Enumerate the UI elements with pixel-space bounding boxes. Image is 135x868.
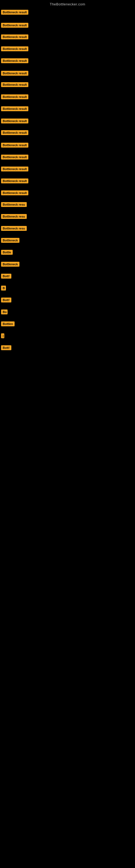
bottleneck-result-item[interactable]: Bottleneck result [1,143,28,149]
bottleneck-result-item[interactable]: Bottleneck result [1,58,28,64]
bottleneck-result-item[interactable]: Bottleneck resu [1,214,27,220]
bottleneck-badge: Bottleneck resu [1,202,27,207]
bottleneck-result-item[interactable]: Bottleneck resu [1,226,27,232]
bottleneck-badge: B [1,286,6,290]
bottleneck-result-item[interactable]: Bottleneck resu [1,202,27,208]
bottleneck-badge: Bottleneck result [1,94,28,99]
bottleneck-badge: Bott! [1,298,11,303]
bottleneck-badge: Bottleneck result [1,10,28,14]
bottleneck-badge: Bottleneck resu [1,214,27,219]
bottleneck-badge: Bottleneck result [1,179,28,183]
bottleneck-result-item[interactable]: Bottleneck result [1,106,28,112]
bottleneck-result-item[interactable]: Bottleneck result [1,23,28,29]
bottleneck-badge: Bottleneck resu [1,226,27,231]
bottleneck-result-item[interactable]: B [1,286,6,291]
site-title: TheBottlenecker.com [0,0,135,7]
bottleneck-result-item[interactable]: Bottleneck result [1,119,28,124]
bottleneck-result-item[interactable]: Bottleneck result [1,130,28,136]
bottleneck-badge: Bo [1,310,8,314]
bottleneck-result-item[interactable]: Bottleneck result [1,94,28,100]
bottleneck-badge: Bott! [1,345,11,350]
bottleneck-badge: Bottleneck result [1,119,28,123]
bottleneck-badge: Bottleneck result [1,82,28,87]
bottleneck-badge: Bottleneck result [1,58,28,63]
bottleneck-result-item[interactable]: Bottleneck result [1,190,28,196]
bottleneck-result-item[interactable]: Bottle [1,250,13,256]
bottleneck-result-item[interactable]: Bottleneck result [1,179,28,184]
bottleneck-result-item[interactable]: Bott! [1,345,11,351]
bottleneck-result-item[interactable]: Bottleneck [1,262,19,268]
bottleneck-badge: | [1,333,4,338]
bottleneck-result-item[interactable]: Bottleneck [1,238,19,244]
bottleneck-badge: Bottleneck [1,238,19,243]
bottleneck-badge: Bottleneck result [1,166,28,172]
bottleneck-result-item[interactable]: Bottleneck result [1,34,28,40]
bottleneck-result-item[interactable]: Bo [1,310,8,315]
bottleneck-badge: Bottleneck result [1,46,28,51]
bottleneck-badge: Bottleneck result [1,143,28,148]
bottleneck-badge: Bott! [1,274,11,279]
bottleneck-result-item[interactable]: Bottleneck result [1,155,28,161]
bottleneck-result-item[interactable]: Bott! [1,274,11,280]
bottleneck-result-item[interactable]: Bottleneck result [1,71,28,77]
bottleneck-result-item[interactable]: Bottlen [1,321,14,328]
bottleneck-result-item[interactable]: Bottleneck result [1,10,28,16]
bottleneck-badge: Bottlen [1,321,14,326]
bottleneck-result-item[interactable]: | [1,333,4,339]
bottleneck-result-item[interactable]: Bottleneck result [1,82,28,88]
bottleneck-result-item[interactable]: Bottleneck result [1,46,28,52]
bottleneck-badge: Bottleneck result [1,23,28,28]
bottleneck-badge: Bottleneck result [1,71,28,76]
bottleneck-badge: Bottleneck [1,262,19,267]
bottleneck-badge: Bottleneck result [1,130,28,135]
bottleneck-badge: Bottle [1,250,13,255]
bottleneck-badge: Bottleneck result [1,190,28,195]
bottleneck-result-item[interactable]: Bott! [1,298,11,304]
bottleneck-badge: Bottleneck result [1,155,28,159]
bottleneck-badge: Bottleneck result [1,106,28,111]
bottleneck-badge: Bottleneck result [1,34,28,39]
bottleneck-result-item[interactable]: Bottleneck result [1,166,28,173]
